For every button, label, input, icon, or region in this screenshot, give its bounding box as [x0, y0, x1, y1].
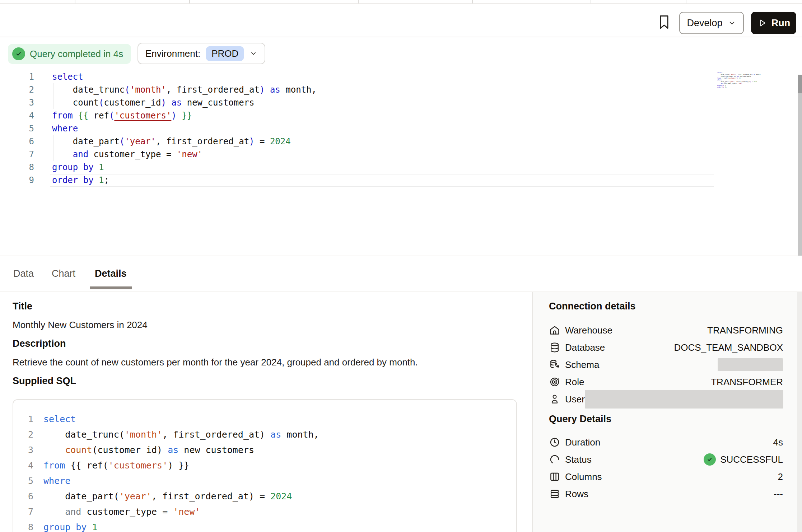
code-token: 'new' [177, 149, 202, 159]
code-token: new_customers [182, 98, 254, 108]
supplied-sql-line: 4from {{ ref('customers') }} [13, 458, 516, 473]
line-number: 5 [13, 473, 33, 489]
title-value: Monthly New Customers in 2024 [13, 319, 148, 331]
editor-line[interactable]: 6 date_part('year', first_ordered_at) = … [0, 135, 802, 148]
tab-chart[interactable]: Chart [52, 256, 75, 291]
supplied-sql-line: 2 date_trunc('month', first_ordered_at) … [13, 427, 516, 442]
code-token: , first_ordered_at [156, 136, 249, 146]
panel-scrollbar-track[interactable] [797, 292, 802, 532]
code-token [94, 162, 99, 172]
code-token: ) [161, 98, 166, 108]
bookmark-icon[interactable] [656, 14, 672, 31]
editor-line[interactable]: 8group by 1 [0, 161, 802, 174]
editor-line[interactable]: 2 date_trunc('month', first_ordered_at) … [0, 83, 802, 96]
user-icon [549, 393, 560, 405]
code-line-text: group by 1 [43, 519, 98, 532]
editor-scrollbar[interactable] [798, 75, 802, 258]
query-status-badge: Query completed in 4s [8, 44, 131, 64]
code-token: group by [43, 522, 87, 532]
code-token [177, 111, 182, 121]
detail-row-value-text: TRANSFORMER [711, 377, 783, 388]
editor-line[interactable]: 4from {{ ref('customers') }} [0, 109, 802, 122]
line-number: 3 [13, 442, 33, 458]
code-token [87, 522, 92, 532]
supplied-sql-line: 5where [13, 473, 516, 489]
code-token [52, 149, 73, 159]
code-line-text: where [43, 473, 70, 489]
code-token: new_customers [739, 75, 751, 77]
line-number: 7 [13, 504, 33, 519]
check-circle-icon [704, 453, 716, 466]
code-token: select [43, 414, 76, 424]
detail-row-rows: Rows--- [549, 485, 783, 503]
editor-line[interactable]: 9order by 1; [0, 174, 802, 187]
tab-details[interactable]: Details [95, 256, 127, 291]
detail-row-label: Columns [565, 471, 602, 482]
detail-row-value: SUCCESSFUL [704, 453, 783, 466]
detail-row-label: Duration [565, 437, 600, 448]
description-value: Retrieve the count of new customers per … [13, 357, 418, 368]
code-line-text: date_trunc('month', first_ordered_at) as… [52, 83, 317, 96]
detail-row-value [585, 390, 783, 409]
line-number: 3 [0, 96, 34, 109]
code-line-text: from {{ ref('customers') }} [52, 109, 192, 122]
supplied-sql-code: 1select2 date_trunc('month', first_order… [13, 411, 516, 532]
clock-icon [549, 437, 560, 448]
editor-line[interactable]: 3 count(customer_id) as new_customers [0, 96, 802, 109]
run-button[interactable]: Run [751, 12, 796, 34]
editor-line[interactable]: 5where [0, 122, 802, 135]
detail-row-value-text: --- [774, 489, 783, 500]
detail-row-value: --- [774, 489, 783, 500]
line-number: 2 [0, 83, 34, 96]
header-bar: Develop Run [0, 4, 802, 37]
warehouse-icon [549, 325, 560, 336]
title-heading: Title [13, 301, 32, 312]
code-token: (customer_id) [92, 445, 168, 455]
editor-minimap[interactable]: select date_trunc('month', first_ordered… [717, 72, 771, 88]
app-root: { "top_bar": { "develop_label": "Develop… [0, 0, 802, 532]
detail-row-label: Rows [565, 489, 588, 500]
editor-line[interactable]: 7 and customer_type = 'new' [0, 148, 802, 161]
sql-editor[interactable]: 1select2 date_trunc('month', first_order… [0, 70, 802, 256]
detail-row-value-text: 2 [778, 471, 783, 482]
detail-row-value-text: TRANSFORMING [707, 325, 783, 336]
code-token: 'month' [125, 429, 162, 440]
supplied-sql-line: 8group by 1 [13, 519, 516, 532]
code-token: 1 [99, 175, 104, 185]
code-token: date_part [52, 136, 120, 146]
tab-data[interactable]: Data [13, 256, 34, 291]
develop-button[interactable]: Develop [679, 12, 744, 34]
active-tab-underline [90, 286, 132, 289]
query-details-heading: Query Details [549, 414, 611, 425]
active-line-highlight [50, 174, 714, 187]
code-token: ) [249, 136, 254, 146]
loader-icon [549, 454, 560, 465]
supplied-sql-card: 1select2 date_trunc('month', first_order… [13, 399, 517, 532]
editor-line[interactable]: 1select [0, 70, 802, 83]
editor-scrollbar-thumb[interactable] [798, 75, 802, 93]
environment-selector[interactable]: Environment: PROD [137, 43, 265, 64]
code-token: where [52, 123, 78, 134]
schema-icon [549, 359, 560, 370]
detail-row-value [718, 358, 783, 371]
code-token: month, [280, 85, 317, 95]
code-token: and [73, 149, 88, 159]
code-line-text: date_part('year', first_ordered_at) = 20… [43, 489, 292, 504]
code-token: count [52, 98, 99, 108]
code-token: from [43, 460, 65, 471]
code-token: ( [109, 111, 114, 121]
code-line-text: and customer_type = 'new' [43, 504, 200, 519]
detail-row-label: Database [565, 342, 605, 353]
redacted-value [718, 358, 783, 371]
role-icon [549, 376, 560, 388]
code-token: month, [281, 429, 319, 440]
code-token: , first_ordered_at [166, 85, 260, 95]
code-token: customer_type = [88, 149, 177, 159]
query-status-text: Query completed in 4s [30, 48, 123, 60]
detail-row-label: Status [565, 454, 592, 465]
code-token: as [171, 98, 182, 108]
status-row: Query completed in 4s Environment: PROD [0, 37, 802, 70]
description-heading: Description [13, 338, 66, 349]
code-token: 'new' [738, 83, 742, 84]
detail-row-value-text: DOCS_TEAM_SANDBOX [674, 342, 783, 353]
